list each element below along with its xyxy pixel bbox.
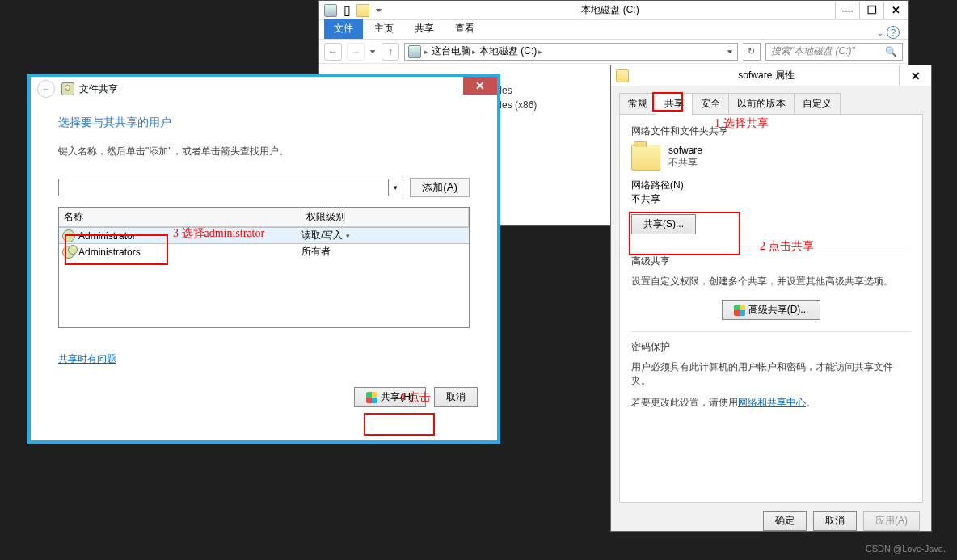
window-title: 本地磁盘 (C:) [386,3,835,17]
close-button[interactable]: ✕ [463,77,497,95]
tab-file[interactable]: 文件 [324,19,363,39]
addr-seg-drive[interactable]: 本地磁盘 (C:)▸ [479,44,542,58]
search-input[interactable]: 搜索"本地磁盘 (C:)" 🔍 [765,43,903,61]
table-row[interactable]: Administrators 所有者 [59,244,469,259]
combo-dropdown-icon[interactable]: ▾ [388,179,403,196]
tab-previous[interactable]: 以前的版本 [728,93,795,115]
perm-dropdown-icon[interactable]: ▾ [346,232,350,240]
cancel-button[interactable]: 取消 [434,387,478,407]
cancel-button[interactable]: 取消 [813,511,857,531]
folder-large-icon [631,145,660,171]
folder-icon [356,4,369,17]
refresh-button[interactable]: ↻ [743,43,761,61]
up-button[interactable]: ↑ [382,43,399,61]
apply-button[interactable]: 应用(A) [863,511,920,531]
share-subtitle: 键入名称，然后单击"添加"，或者单击箭头查找用户。 [58,145,470,158]
ok-button[interactable]: 确定 [763,511,807,531]
password-desc2: 若要更改此设置，请使用网络和共享中心。 [631,396,911,410]
search-icon: 🔍 [885,46,897,57]
drive-icon [324,4,337,17]
table-row[interactable]: Administrator 读取/写入▾ [59,227,469,244]
help-icon[interactable]: ? [887,26,900,39]
advanced-share-button[interactable]: 高级共享(D)... [722,300,821,320]
back-button[interactable]: ← [37,80,55,98]
group-icon [62,246,75,259]
ribbon-collapse-icon[interactable]: ⌄ [877,28,883,37]
properties-dialog: sofware 属性 ✕ 常规 共享 安全 以前的版本 自定义 网络文件和文件夹… [610,65,932,532]
shield-icon [734,305,745,316]
forward-button[interactable]: → [347,43,365,61]
folder-status: 不共享 [668,156,702,170]
row-name: Administrator [78,230,136,242]
net-path-label: 网络路径(N): [631,179,911,192]
user-table: 名称 权限级别 Administrator 读取/写入▾ Administrat… [58,207,470,328]
addr-drive-icon [408,45,421,58]
folder-name: sofware [668,145,702,156]
props-content: 网络文件和文件夹共享 sofware 不共享 网络路径(N): 不共享 共享(S… [619,115,923,503]
share-titlebar: ← 文件共享 ✕ [31,77,497,96]
tab-share[interactable]: 共享 [656,93,693,115]
user-icon [62,229,75,242]
divider-icon: ▯ [340,4,353,17]
share-window-title: 文件共享 [79,82,118,96]
nav-bar: ← → ⏷ ↑ ▸ 这台电脑▸ 本地磁盘 (C:)▸ ⏷ ↻ 搜索"本地磁盘 (… [319,40,908,64]
search-placeholder: 搜索"本地磁盘 (C:)" [771,44,855,58]
col-perm[interactable]: 权限级别 [301,208,469,226]
qat-dropdown-icon[interactable]: ⏷ [373,4,386,17]
tab-custom[interactable]: 自定义 [794,93,841,115]
back-button[interactable]: ← [324,43,342,61]
advanced-desc: 设置自定义权限，创建多个共享，并设置其他高级共享选项。 [631,275,911,288]
tab-view[interactable]: 查看 [445,19,484,39]
watermark: CSDN @Love-Java. [866,544,946,554]
tab-home[interactable]: 主页 [365,19,403,39]
section-advanced: 高级共享 [631,255,911,268]
share-confirm-button[interactable]: 共享(H) [354,387,426,407]
shield-icon [366,392,377,403]
tab-general[interactable]: 常规 [619,93,656,115]
ribbon-tabs: 文件 主页 共享 查看 ⌄ ? [319,20,908,40]
share-footer: 共享(H) 取消 [31,387,497,422]
password-desc: 用户必须具有此计算机的用户帐户和密码，才能访问共享文件夹。 [631,360,911,388]
addr-seg-computer[interactable]: 这台电脑▸ [432,44,476,58]
share-heading: 选择要与其共享的用户 [58,116,470,130]
section-network-share: 网络文件和文件夹共享 [631,124,911,138]
tab-share[interactable]: 共享 [405,19,444,39]
quick-access-icons: ▯ ⏷ [319,4,386,17]
explorer-titlebar: ▯ ⏷ 本地磁盘 (C:) — ❐ ✕ [319,1,908,20]
history-dropdown-icon[interactable]: ⏷ [369,48,377,56]
section-password: 密码保护 [631,340,911,354]
folder-icon [616,69,629,82]
props-footer: 确定 取消 应用(A) [611,503,931,539]
table-header: 名称 权限级别 [59,208,469,227]
minimize-button[interactable]: — [835,2,859,19]
addr-chevron-icon[interactable]: ▸ [424,48,428,56]
user-combo[interactable]: ▾ [58,179,403,196]
col-name[interactable]: 名称 [59,208,301,226]
close-button[interactable]: ✕ [899,65,931,86]
net-path-value: 不共享 [631,192,911,206]
row-perm[interactable]: 读取/写入 [301,229,343,242]
props-title-text: sofware 属性 [634,69,899,82]
close-button[interactable]: ✕ [883,2,908,19]
maximize-button[interactable]: ❐ [859,2,883,19]
user-input[interactable] [59,182,388,193]
props-titlebar: sofware 属性 ✕ [611,65,931,86]
row-name: Administrators [78,246,141,258]
addr-dropdown-icon[interactable]: ⏷ [727,48,734,56]
trouble-link[interactable]: 共享时有问题 [58,352,116,366]
share-button[interactable]: 共享(S)... [631,214,696,234]
address-bar[interactable]: ▸ 这台电脑▸ 本地磁盘 (C:)▸ ⏷ [404,43,738,61]
people-icon [61,82,74,95]
row-perm: 所有者 [301,245,331,259]
network-center-link[interactable]: 网络和共享中心 [738,397,806,408]
ribbon-right-controls: ⌄ ? [877,26,900,39]
add-button[interactable]: 添加(A) [410,178,470,197]
file-share-dialog: ← 文件共享 ✕ 选择要与其共享的用户 键入名称，然后单击"添加"，或者单击箭头… [27,74,500,444]
props-tabs: 常规 共享 安全 以前的版本 自定义 [619,93,923,115]
tab-security[interactable]: 安全 [692,93,729,115]
